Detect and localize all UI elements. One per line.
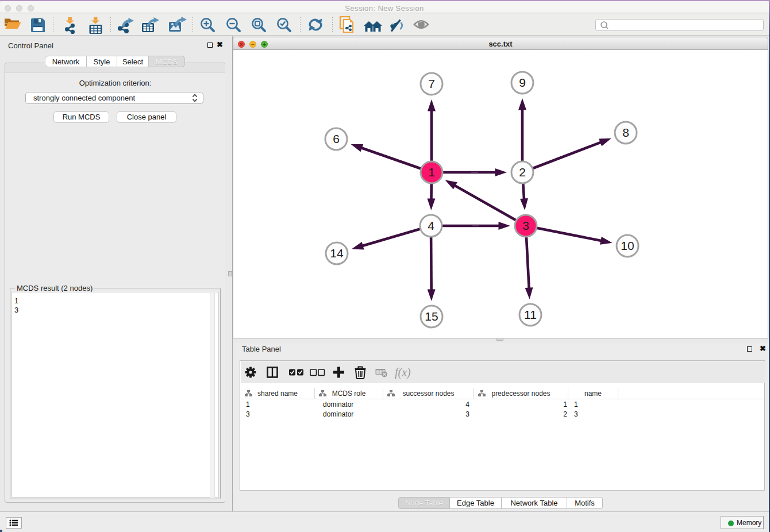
- svg-text:6: 6: [333, 132, 340, 145]
- svg-text:1: 1: [428, 165, 435, 179]
- svg-text:9: 9: [519, 76, 526, 89]
- svg-text:4: 4: [428, 219, 434, 232]
- svg-text:3: 3: [522, 219, 529, 232]
- svg-text:2: 2: [519, 165, 526, 179]
- svg-text:7: 7: [428, 77, 435, 90]
- svg-text:10: 10: [621, 239, 634, 252]
- svg-text:8: 8: [622, 126, 629, 139]
- svg-text:11: 11: [524, 308, 537, 321]
- svg-text:15: 15: [425, 310, 438, 323]
- svg-text:f(x): f(x): [395, 366, 411, 379]
- svg-text:14: 14: [330, 246, 344, 260]
